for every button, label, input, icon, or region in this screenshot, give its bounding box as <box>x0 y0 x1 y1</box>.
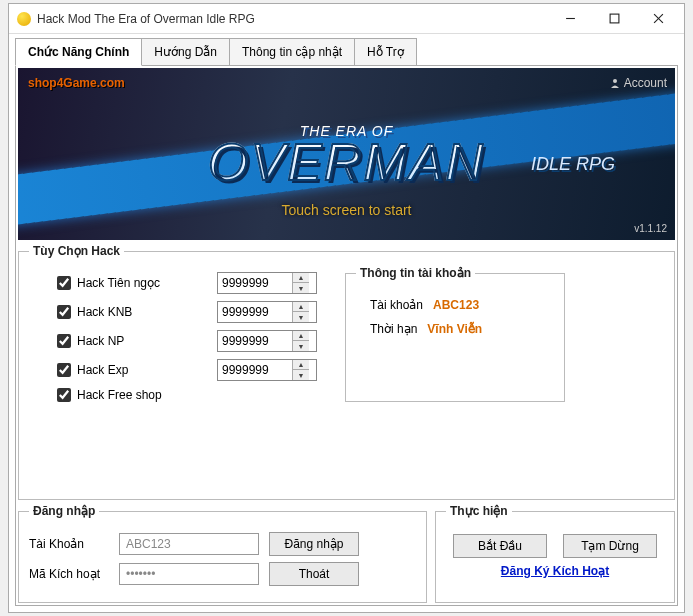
check-np: Hack NP <box>57 334 207 348</box>
user-icon <box>610 78 620 88</box>
window-title: Hack Mod The Era of Overman Idle RPG <box>37 12 548 26</box>
tab-support[interactable]: Hỗ Trợ <box>354 38 417 66</box>
login-acct-label: Tài Khoản <box>29 537 109 551</box>
acct-value: ABC123 <box>433 298 479 312</box>
hack-options-group: Tùy Chọn Hack Hack Tiên ngọc ▲▼ Hack KNB… <box>18 244 675 500</box>
minimize-button[interactable] <box>548 5 592 33</box>
tab-guide[interactable]: Hướng Dẫn <box>141 38 230 66</box>
input-tien-ngoc[interactable] <box>218 273 292 293</box>
input-knb[interactable] <box>218 302 292 322</box>
banner-version: v1.1.12 <box>634 223 667 234</box>
acctinfo-legend: Thông tin tài khoản <box>356 266 475 280</box>
duration-label: Thời hạn <box>370 322 417 336</box>
spin-up-icon[interactable]: ▲ <box>293 302 309 312</box>
login-legend: Đăng nhập <box>29 504 99 518</box>
login-acct-input[interactable] <box>119 533 259 555</box>
check-free-shop: Hack Free shop <box>57 388 207 402</box>
exec-legend: Thực hiện <box>446 504 512 518</box>
maximize-button[interactable] <box>592 5 636 33</box>
duration-value: Vĩnh Viễn <box>427 322 482 336</box>
tab-main[interactable]: Chức Năng Chính <box>15 38 142 66</box>
check-tien-ngoc: Hack Tiên ngọc <box>57 276 207 290</box>
login-key-input[interactable] <box>119 563 259 585</box>
spin-down-icon[interactable]: ▼ <box>293 370 309 380</box>
spin-down-icon[interactable]: ▼ <box>293 283 309 293</box>
tab-update[interactable]: Thông tin cập nhật <box>229 38 355 66</box>
spin-up-icon[interactable]: ▲ <box>293 360 309 370</box>
tab-bar: Chức Năng Chính Hướng Dẫn Thông tin cập … <box>9 34 684 66</box>
input-exp[interactable] <box>218 360 292 380</box>
titlebar: Hack Mod The Era of Overman Idle RPG <box>9 4 684 34</box>
pause-button[interactable]: Tạm Dừng <box>563 534 657 558</box>
banner-touch-text: Touch screen to start <box>18 202 675 218</box>
app-icon <box>17 12 31 26</box>
register-link[interactable]: Đăng Ký Kích Hoạt <box>501 564 609 578</box>
spinner-knb: ▲▼ <box>217 301 317 323</box>
banner-account-button[interactable]: Account <box>610 76 667 90</box>
acct-label: Tài khoản <box>370 298 423 312</box>
tab-content: shop4Game.com Account THE ERA OF OVERMAN… <box>15 65 678 606</box>
spinner-exp: ▲▼ <box>217 359 317 381</box>
close-button[interactable] <box>636 5 680 33</box>
check-exp: Hack Exp <box>57 363 207 377</box>
spinner-np: ▲▼ <box>217 330 317 352</box>
banner-watermark: shop4Game.com <box>28 76 125 90</box>
spin-down-icon[interactable]: ▼ <box>293 312 309 322</box>
checkbox-np[interactable] <box>57 334 71 348</box>
login-button[interactable]: Đăng nhập <box>269 532 359 556</box>
login-group: Đăng nhập Tài Khoản Đăng nhập Mã Kích ho… <box>18 504 427 603</box>
check-knb: Hack KNB <box>57 305 207 319</box>
input-np[interactable] <box>218 331 292 351</box>
svg-point-4 <box>613 79 617 83</box>
checkbox-knb[interactable] <box>57 305 71 319</box>
exit-button[interactable]: Thoát <box>269 562 359 586</box>
checkbox-free-shop[interactable] <box>57 388 71 402</box>
execute-group: Thực hiện Bắt Đầu Tạm Dừng Đăng Ký Kích … <box>435 504 675 603</box>
main-window: Hack Mod The Era of Overman Idle RPG Chứ… <box>8 3 685 613</box>
svg-rect-1 <box>610 14 619 23</box>
start-button[interactable]: Bắt Đầu <box>453 534 547 558</box>
spinner-tien-ngoc: ▲▼ <box>217 272 317 294</box>
checkbox-tien-ngoc[interactable] <box>57 276 71 290</box>
login-key-label: Mã Kích hoạt <box>29 567 109 581</box>
checkbox-exp[interactable] <box>57 363 71 377</box>
options-grid: Hack Tiên ngọc ▲▼ Hack KNB ▲▼ Hack NP ▲▼… <box>57 272 317 402</box>
spin-up-icon[interactable]: ▲ <box>293 331 309 341</box>
spin-up-icon[interactable]: ▲ <box>293 273 309 283</box>
options-legend: Tùy Chọn Hack <box>29 244 124 258</box>
banner-image: shop4Game.com Account THE ERA OF OVERMAN… <box>18 68 675 240</box>
spin-down-icon[interactable]: ▼ <box>293 341 309 351</box>
account-info-group: Thông tin tài khoản Tài khoảnABC123 Thời… <box>345 266 565 402</box>
